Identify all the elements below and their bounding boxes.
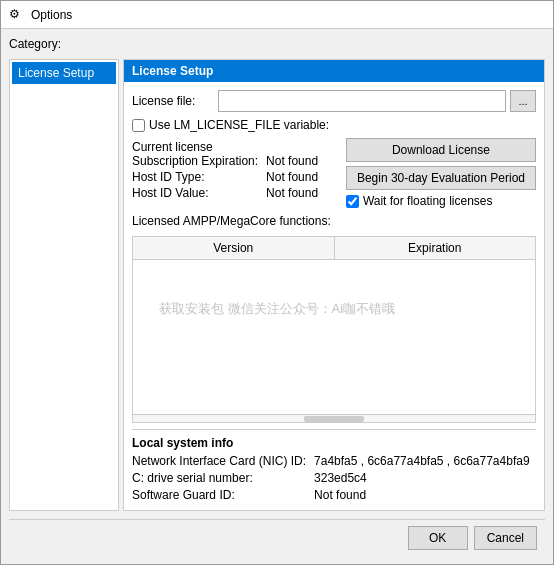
host-id-type-label: Host ID Type:	[132, 170, 258, 184]
current-license-title: Current license	[132, 140, 338, 154]
license-file-label: License file:	[132, 94, 212, 108]
window-title: Options	[31, 8, 72, 22]
left-info: Current license Subscription Expiration:…	[132, 138, 338, 200]
content-body: License file: ... Use LM_LICENSE_FILE va…	[124, 82, 544, 510]
host-id-value-value: Not found	[266, 186, 338, 200]
licensed-table: Version Expiration	[132, 236, 536, 423]
content-header: License Setup	[124, 60, 544, 82]
use-lm-label: Use LM_LICENSE_FILE variable:	[149, 118, 329, 132]
options-window: ⚙ Options Category: License Setup Licens…	[0, 0, 554, 565]
nic-id-label: Network Interface Card (NIC) ID:	[132, 454, 306, 468]
cancel-button[interactable]: Cancel	[474, 526, 537, 550]
download-license-button[interactable]: Download License	[346, 138, 536, 162]
use-lm-checkbox[interactable]	[132, 119, 145, 132]
c-drive-label: C: drive serial number:	[132, 471, 306, 485]
sidebar-item-license-setup[interactable]: License Setup	[12, 62, 116, 84]
licensed-ampp-label: Licensed AMPP/MegaCore functions:	[132, 214, 536, 228]
license-file-input-row: ...	[218, 90, 536, 112]
subscription-exp-label: Subscription Expiration:	[132, 154, 258, 168]
button-group: Download License Begin 30-day Evaluation…	[346, 138, 536, 208]
right-section: Current license Subscription Expiration:…	[132, 138, 536, 208]
ok-button[interactable]: OK	[408, 526, 468, 550]
nic-id-value: 7a4bfa5 , 6c6a77a4bfa5 , 6c6a77a4bfa9	[314, 454, 536, 468]
sidebar: License Setup	[9, 59, 119, 511]
table-col-expiration: Expiration	[335, 237, 536, 259]
subscription-exp-value: Not found	[266, 154, 338, 168]
info-grid: Subscription Expiration: Not found Host …	[132, 154, 338, 200]
local-info-section: Local system info Network Interface Card…	[132, 429, 536, 502]
wait-floating-checkbox[interactable]	[346, 195, 359, 208]
local-info-grid: Network Interface Card (NIC) ID: 7a4bfa5…	[132, 454, 536, 502]
scrollbar-thumb[interactable]	[304, 416, 364, 422]
c-drive-value: 323ed5c4	[314, 471, 536, 485]
app-icon: ⚙	[9, 7, 25, 23]
use-lm-row: Use LM_LICENSE_FILE variable:	[132, 118, 536, 132]
software-guard-label: Software Guard ID:	[132, 488, 306, 502]
host-id-value-label: Host ID Value:	[132, 186, 258, 200]
content-panel: License Setup License file: ... Use LM_L…	[123, 59, 545, 511]
table-scrollbar[interactable]	[133, 414, 535, 422]
wait-floating-row: Wait for floating licenses	[346, 194, 536, 208]
category-label: Category:	[9, 37, 545, 51]
table-col-version: Version	[133, 237, 335, 259]
main-area: License Setup License Setup License file…	[9, 59, 545, 511]
license-file-row: License file: ...	[132, 90, 536, 112]
license-file-input[interactable]	[218, 90, 506, 112]
browse-button[interactable]: ...	[510, 90, 536, 112]
titlebar: ⚙ Options	[1, 1, 553, 29]
begin-evaluation-button[interactable]: Begin 30-day Evaluation Period	[346, 166, 536, 190]
host-id-type-value: Not found	[266, 170, 338, 184]
local-info-title: Local system info	[132, 436, 536, 450]
table-header: Version Expiration	[133, 237, 535, 260]
table-body	[133, 260, 535, 414]
bottom-bar: OK Cancel	[9, 519, 545, 556]
window-content: Category: License Setup License Setup Li…	[1, 29, 553, 564]
software-guard-value: Not found	[314, 488, 536, 502]
wait-floating-label: Wait for floating licenses	[363, 194, 493, 208]
